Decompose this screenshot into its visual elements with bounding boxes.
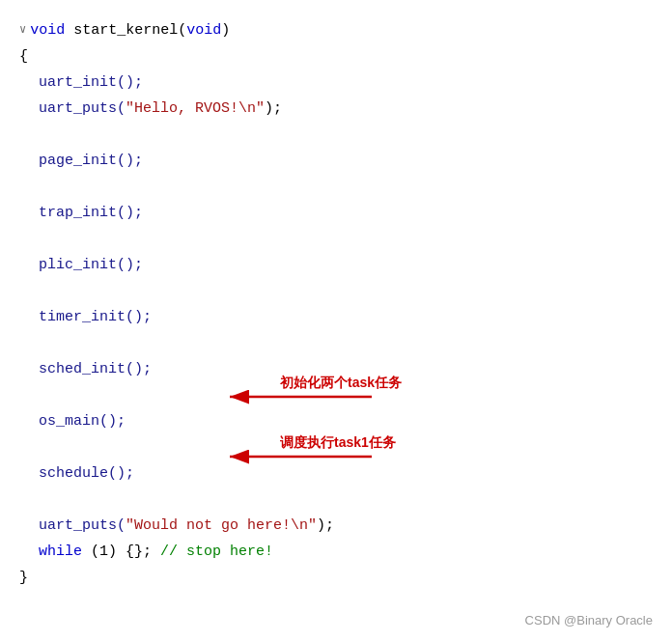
- line-12: timer_init();: [39, 304, 653, 330]
- line-6: page_init();: [39, 148, 653, 174]
- call-uart-puts-2: uart_puts(: [39, 514, 126, 539]
- call-page-init: page_init();: [39, 149, 143, 174]
- call-sched-init: sched_init();: [39, 357, 152, 382]
- string-would-not: "Would not go here!\n": [126, 514, 317, 539]
- line-13-blank: [19, 330, 653, 356]
- line-1: ∨ void start_kernel(void): [19, 17, 653, 43]
- paren-open: (: [178, 18, 186, 43]
- function-name: start_kernel: [73, 18, 178, 43]
- line-21-while: while (1) {}; // stop here!: [39, 539, 653, 565]
- string-hello: "Hello, RVOS!\n": [126, 97, 265, 122]
- line-22-brace-close: }: [19, 565, 653, 591]
- watermark: CSDN @Binary Oracle: [525, 613, 653, 627]
- line-7-blank: [19, 174, 653, 200]
- call-timer-init: timer_init();: [39, 305, 152, 330]
- line-10: plic_init();: [39, 252, 653, 278]
- fold-arrow[interactable]: ∨: [19, 20, 26, 40]
- keyword-void-param: void: [186, 18, 221, 43]
- annotation-schedule-text: 调度执行task1任务: [280, 434, 396, 452]
- paren-semi-2: );: [317, 514, 334, 539]
- line-2: {: [19, 43, 653, 70]
- annotation-schedule: 调度执行task1任务: [222, 442, 396, 476]
- comment-stop: // stop here!: [160, 540, 273, 565]
- line-4: uart_puts("Hello, RVOS!\n");: [39, 96, 653, 122]
- paren-semi-1: );: [265, 97, 282, 122]
- line-3: uart_init();: [39, 70, 653, 96]
- call-uart-puts-1: uart_puts(: [39, 97, 126, 122]
- annotation-os-main: 初始化两个task任务: [222, 382, 396, 416]
- call-schedule: schedule();: [39, 461, 134, 487]
- call-plic-init: plic_init();: [39, 253, 143, 278]
- code-container: ∨ void start_kernel(void) { uart_init();…: [0, 0, 672, 641]
- line-11-blank: [19, 278, 653, 304]
- line-8: trap_init();: [39, 200, 653, 226]
- line-9-blank: [19, 226, 653, 252]
- keyword-void: void: [30, 18, 73, 43]
- brace-open: {: [19, 44, 28, 70]
- annotation-os-main-text: 初始化两个task任务: [280, 375, 402, 392]
- while-body: (1) {};: [82, 540, 160, 565]
- call-os-main: os_main();: [39, 409, 126, 434]
- code-block: ∨ void start_kernel(void) { uart_init();…: [0, 17, 672, 591]
- call-trap-init: trap_init();: [39, 201, 143, 226]
- paren-close: ): [221, 18, 230, 43]
- line-19-blank: [19, 487, 653, 513]
- call-uart-init: uart_init();: [39, 70, 143, 96]
- line-20: uart_puts("Would not go here!\n");: [39, 513, 653, 539]
- brace-close: }: [19, 566, 28, 591]
- keyword-while: while: [39, 540, 82, 565]
- line-5-blank: [19, 122, 653, 148]
